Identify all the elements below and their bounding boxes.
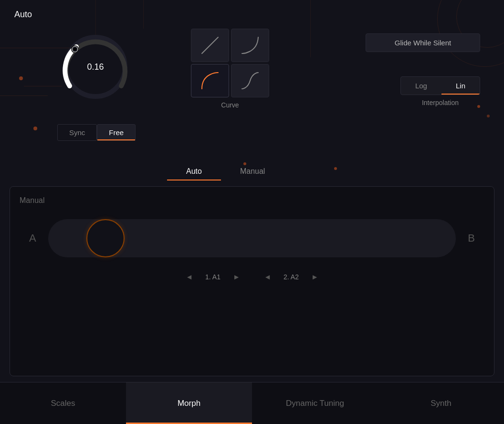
slot-selector-2: ◀ 2. A2 ▶: [262, 272, 321, 282]
tabs-section: Auto Manual: [167, 162, 284, 180]
log-button[interactable]: Log: [401, 77, 441, 95]
tab-morph[interactable]: Morph: [126, 382, 252, 424]
curve-btn-ease-in[interactable]: [231, 29, 269, 62]
interpolation-label: Interpolation: [400, 99, 480, 106]
slot2-name: 2. A2: [279, 273, 303, 281]
slider-label-b: B: [468, 232, 475, 244]
interpolation-section: Log Lin Interpolation: [400, 76, 480, 106]
tab-auto[interactable]: Auto: [167, 162, 221, 180]
sync-button[interactable]: Sync: [57, 124, 97, 141]
bottom-tabs: Scales Morph Dynamic Tuning Synth: [0, 382, 504, 424]
tab-manual[interactable]: Manual: [221, 162, 284, 180]
knob-value: 0.16: [87, 62, 104, 72]
slot1-next-button[interactable]: ▶: [231, 272, 242, 282]
slider-handle[interactable]: [86, 219, 125, 257]
curve-section: Curve: [191, 29, 269, 109]
slot2-next-button[interactable]: ▶: [309, 272, 321, 282]
interpolation-buttons: Log Lin: [400, 76, 480, 95]
manual-title: Manual: [20, 196, 484, 205]
tab-scales[interactable]: Scales: [0, 382, 126, 424]
free-button[interactable]: Free: [97, 124, 136, 141]
slot-selectors: ◀ 1. A1 ▶ ◀ 2. A2 ▶: [20, 272, 484, 282]
slider-label-a: A: [29, 232, 36, 244]
manual-panel: Manual A B ◀ 1. A1 ▶ ◀ 2. A2 ▶: [10, 186, 494, 376]
curve-btn-ease-out[interactable]: [191, 64, 229, 97]
curve-btn-linear[interactable]: [191, 29, 229, 62]
main-container: Auto 0.16: [0, 0, 504, 424]
slot1-prev-button[interactable]: ◀: [183, 272, 195, 282]
curve-btn-s-curve[interactable]: [231, 64, 269, 97]
curve-grid: [191, 29, 269, 97]
tab-synth[interactable]: Synth: [378, 382, 504, 424]
slot1-name: 1. A1: [201, 273, 225, 281]
slot2-prev-button[interactable]: ◀: [262, 272, 273, 282]
svg-line-4: [202, 37, 218, 53]
lin-button[interactable]: Lin: [441, 77, 480, 95]
sync-free-section: Sync Free: [57, 124, 136, 141]
svg-point-3: [74, 48, 76, 51]
glide-while-silent-button[interactable]: Glide While Silent: [366, 33, 480, 52]
knob-container[interactable]: 0.16: [57, 29, 134, 105]
slider-track[interactable]: [48, 219, 456, 257]
curve-label: Curve: [191, 101, 269, 109]
slot-selector-1: ◀ 1. A1 ▶: [183, 272, 242, 282]
tab-dynamic-tuning[interactable]: Dynamic Tuning: [252, 382, 378, 424]
page-title: Auto: [14, 10, 32, 20]
morph-slider-area[interactable]: A B: [48, 219, 456, 257]
